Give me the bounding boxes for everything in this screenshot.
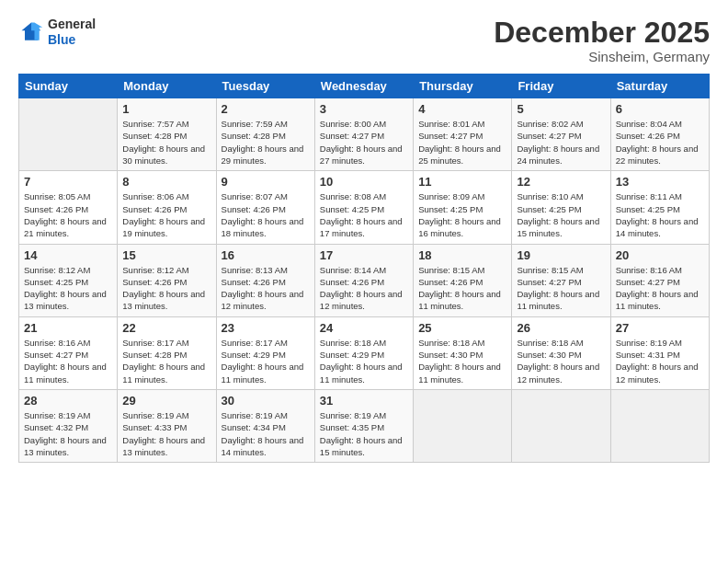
day-info: Sunrise: 8:00 AMSunset: 4:27 PMDaylight:… — [320, 118, 408, 167]
calendar-week-2: 7Sunrise: 8:05 AMSunset: 4:26 PMDaylight… — [19, 171, 710, 244]
day-number: 11 — [418, 175, 506, 189]
day-info: Sunrise: 8:14 AMSunset: 4:26 PMDaylight:… — [320, 264, 408, 313]
header-wednesday: Wednesday — [314, 75, 413, 98]
table-row — [512, 389, 610, 462]
day-number: 31 — [320, 394, 408, 408]
day-info: Sunrise: 8:19 AMSunset: 4:33 PMDaylight:… — [122, 409, 210, 458]
table-row: 16Sunrise: 8:13 AMSunset: 4:26 PMDayligh… — [216, 244, 314, 316]
day-info: Sunrise: 8:12 AMSunset: 4:26 PMDaylight:… — [122, 264, 210, 313]
table-row: 14Sunrise: 8:12 AMSunset: 4:25 PMDayligh… — [19, 244, 118, 316]
table-row — [414, 389, 512, 462]
day-number: 21 — [24, 321, 112, 335]
day-number: 6 — [616, 102, 704, 116]
table-row: 9Sunrise: 8:07 AMSunset: 4:26 PMDaylight… — [216, 171, 314, 244]
day-number: 1 — [122, 102, 210, 116]
day-number: 5 — [517, 102, 605, 116]
day-info: Sunrise: 7:59 AMSunset: 4:28 PMDaylight:… — [222, 118, 310, 167]
day-number: 15 — [122, 248, 210, 262]
day-number: 10 — [320, 175, 408, 189]
day-number: 7 — [24, 175, 112, 189]
day-number: 25 — [418, 321, 506, 335]
table-row: 2Sunrise: 7:59 AMSunset: 4:28 PMDaylight… — [216, 98, 314, 171]
day-number: 19 — [517, 248, 605, 262]
table-row: 31Sunrise: 8:19 AMSunset: 4:35 PMDayligh… — [314, 389, 413, 462]
day-info: Sunrise: 8:08 AMSunset: 4:25 PMDaylight:… — [320, 190, 408, 239]
day-info: Sunrise: 8:17 AMSunset: 4:29 PMDaylight:… — [222, 337, 310, 385]
day-number: 8 — [122, 175, 210, 189]
page: General Blue December 2025 Sinsheim, Ger… — [0, 0, 728, 563]
calendar-table: Sunday Monday Tuesday Wednesday Thursday… — [18, 74, 710, 463]
day-info: Sunrise: 8:17 AMSunset: 4:28 PMDaylight:… — [122, 337, 210, 385]
table-row: 30Sunrise: 8:19 AMSunset: 4:34 PMDayligh… — [216, 389, 314, 462]
day-number: 12 — [517, 175, 605, 189]
day-info: Sunrise: 8:06 AMSunset: 4:26 PMDaylight:… — [122, 190, 210, 239]
logo-blue: Blue — [48, 32, 96, 48]
day-number: 24 — [320, 321, 408, 335]
day-info: Sunrise: 8:18 AMSunset: 4:30 PMDaylight:… — [517, 337, 605, 385]
table-row: 27Sunrise: 8:19 AMSunset: 4:31 PMDayligh… — [610, 316, 709, 389]
table-row: 29Sunrise: 8:19 AMSunset: 4:33 PMDayligh… — [118, 389, 216, 462]
day-number: 3 — [320, 102, 408, 116]
header-saturday: Saturday — [610, 75, 709, 98]
logo: General Blue — [18, 17, 96, 48]
day-number: 27 — [616, 321, 704, 335]
table-row: 1Sunrise: 7:57 AMSunset: 4:28 PMDaylight… — [118, 98, 216, 171]
day-number: 30 — [222, 394, 310, 408]
day-info: Sunrise: 8:12 AMSunset: 4:25 PMDaylight:… — [24, 264, 112, 313]
table-row: 21Sunrise: 8:16 AMSunset: 4:27 PMDayligh… — [19, 316, 118, 389]
table-row — [610, 389, 709, 462]
day-number: 9 — [222, 175, 310, 189]
table-row: 24Sunrise: 8:18 AMSunset: 4:29 PMDayligh… — [314, 316, 413, 389]
day-info: Sunrise: 7:57 AMSunset: 4:28 PMDaylight:… — [122, 118, 210, 167]
day-info: Sunrise: 8:02 AMSunset: 4:27 PMDaylight:… — [517, 118, 605, 167]
day-number: 17 — [320, 248, 408, 262]
header-monday: Monday — [118, 75, 216, 98]
header: General Blue December 2025 Sinsheim, Ger… — [18, 17, 710, 64]
table-row: 13Sunrise: 8:11 AMSunset: 4:25 PMDayligh… — [610, 171, 709, 244]
day-info: Sunrise: 8:13 AMSunset: 4:26 PMDaylight:… — [222, 264, 310, 313]
day-info: Sunrise: 8:18 AMSunset: 4:30 PMDaylight:… — [418, 337, 506, 385]
calendar-week-5: 28Sunrise: 8:19 AMSunset: 4:32 PMDayligh… — [19, 389, 710, 462]
table-row: 28Sunrise: 8:19 AMSunset: 4:32 PMDayligh… — [19, 389, 118, 462]
day-info: Sunrise: 8:18 AMSunset: 4:29 PMDaylight:… — [320, 337, 408, 385]
calendar-week-1: 1Sunrise: 7:57 AMSunset: 4:28 PMDaylight… — [19, 98, 710, 171]
day-info: Sunrise: 8:19 AMSunset: 4:35 PMDaylight:… — [320, 409, 408, 458]
calendar-header-row: Sunday Monday Tuesday Wednesday Thursday… — [19, 75, 710, 98]
day-info: Sunrise: 8:16 AMSunset: 4:27 PMDaylight:… — [616, 264, 704, 313]
day-number: 13 — [616, 175, 704, 189]
day-number: 14 — [24, 248, 112, 262]
calendar-week-4: 21Sunrise: 8:16 AMSunset: 4:27 PMDayligh… — [19, 316, 710, 389]
day-info: Sunrise: 8:15 AMSunset: 4:27 PMDaylight:… — [517, 264, 605, 313]
location: Sinsheim, Germany — [494, 49, 710, 64]
table-row: 19Sunrise: 8:15 AMSunset: 4:27 PMDayligh… — [512, 244, 610, 316]
header-tuesday: Tuesday — [216, 75, 314, 98]
table-row: 12Sunrise: 8:10 AMSunset: 4:25 PMDayligh… — [512, 171, 610, 244]
table-row: 20Sunrise: 8:16 AMSunset: 4:27 PMDayligh… — [610, 244, 709, 316]
table-row: 3Sunrise: 8:00 AMSunset: 4:27 PMDaylight… — [314, 98, 413, 171]
header-sunday: Sunday — [19, 75, 118, 98]
table-row: 15Sunrise: 8:12 AMSunset: 4:26 PMDayligh… — [118, 244, 216, 316]
day-info: Sunrise: 8:09 AMSunset: 4:25 PMDaylight:… — [418, 190, 506, 239]
table-row: 22Sunrise: 8:17 AMSunset: 4:28 PMDayligh… — [118, 316, 216, 389]
table-row: 25Sunrise: 8:18 AMSunset: 4:30 PMDayligh… — [414, 316, 512, 389]
day-number: 2 — [222, 102, 310, 116]
month-title: December 2025 — [494, 17, 710, 49]
day-number: 28 — [24, 394, 112, 408]
table-row: 7Sunrise: 8:05 AMSunset: 4:26 PMDaylight… — [19, 171, 118, 244]
table-row: 6Sunrise: 8:04 AMSunset: 4:26 PMDaylight… — [610, 98, 709, 171]
title-block: December 2025 Sinsheim, Germany — [494, 17, 710, 64]
day-number: 4 — [418, 102, 506, 116]
day-info: Sunrise: 8:05 AMSunset: 4:26 PMDaylight:… — [24, 190, 112, 239]
day-info: Sunrise: 8:15 AMSunset: 4:26 PMDaylight:… — [418, 264, 506, 313]
day-info: Sunrise: 8:11 AMSunset: 4:25 PMDaylight:… — [616, 190, 704, 239]
day-info: Sunrise: 8:07 AMSunset: 4:26 PMDaylight:… — [222, 190, 310, 239]
table-row: 17Sunrise: 8:14 AMSunset: 4:26 PMDayligh… — [314, 244, 413, 316]
table-row: 4Sunrise: 8:01 AMSunset: 4:27 PMDaylight… — [414, 98, 512, 171]
logo-text: General Blue — [48, 17, 96, 48]
table-row — [19, 98, 118, 171]
day-number: 26 — [517, 321, 605, 335]
table-row: 26Sunrise: 8:18 AMSunset: 4:30 PMDayligh… — [512, 316, 610, 389]
day-number: 20 — [616, 248, 704, 262]
table-row: 11Sunrise: 8:09 AMSunset: 4:25 PMDayligh… — [414, 171, 512, 244]
day-number: 16 — [222, 248, 310, 262]
